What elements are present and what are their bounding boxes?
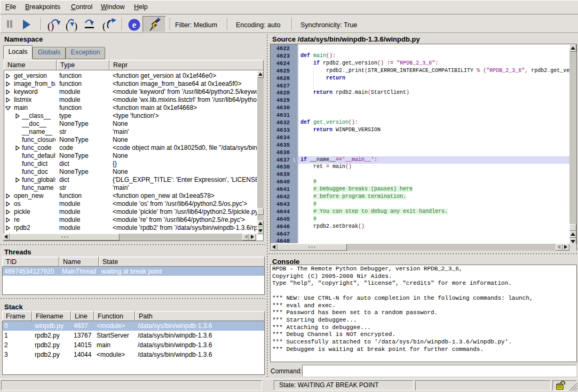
svg-text:): )	[74, 21, 77, 32]
svg-text:(: (	[66, 21, 69, 32]
svg-text:(): ()	[47, 21, 54, 32]
svg-text:(: (	[102, 21, 106, 32]
svg-text:e: e	[132, 20, 137, 30]
